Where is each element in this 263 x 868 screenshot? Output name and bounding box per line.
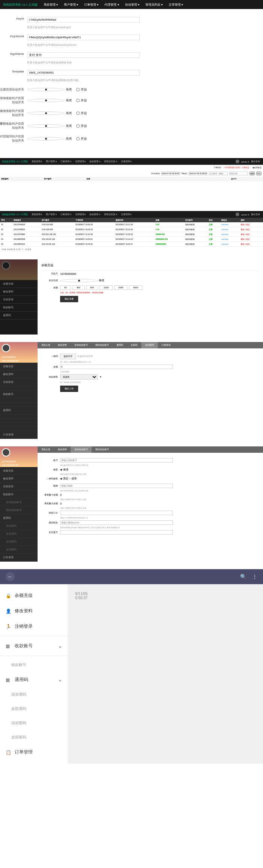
export-button[interactable]: 导出 [256,172,261,175]
row-action[interactable]: 删除 | 锁定 [241,243,250,245]
radio-close[interactable]: 关闭 [27,87,72,92]
tab[interactable]: 通用码 [113,342,127,348]
menu-sub[interactable]: 添加通码 [0,687,68,702]
sidebar-item[interactable] [0,414,38,419]
row-action[interactable]: 删除 | 锁定 [241,223,250,226]
pay-radio[interactable]: 微信 [60,279,104,282]
type-select[interactable]: 请选择 [60,374,98,380]
confirm-recharge-button[interactable]: 确认充值 [60,296,78,302]
amount-option[interactable]: 5000 [129,285,142,290]
radio-open[interactable]: 开启 [76,98,87,102]
sidebar-item[interactable]: 通用码 [0,312,38,319]
nav-item[interactable]: 订单管理 ▾ [81,3,101,7]
avatar-icon[interactable] [236,212,239,216]
field-input[interactable] [60,511,173,515]
tab[interactable]: 我的收款账号 [92,342,113,348]
sidebar-item[interactable]: 余额充值 [0,280,38,288]
menu-profile[interactable]: 👤修改资料 [0,603,68,619]
field-input[interactable] [60,520,173,525]
back-button[interactable]: ← [6,572,15,581]
field-input[interactable] [60,484,173,488]
amount-input[interactable] [60,365,173,369]
to-input[interactable] [189,172,207,175]
radio-open[interactable]: 开启 [76,124,87,128]
field-input[interactable] [60,530,173,535]
sidebar-item[interactable]: 余额充值 [0,363,38,371]
search-button[interactable]: 搜索 [249,172,255,175]
field-input[interactable] [60,458,173,463]
avatar-icon[interactable] [236,160,239,163]
row-action[interactable]: 删除 | 锁定 [241,238,250,240]
KeyId-input[interactable] [27,17,140,23]
nav-item[interactable]: 管理员列表 ▾ [142,3,166,7]
amount-option[interactable]: 2000 [114,285,127,290]
nav-item[interactable]: 管理员列表 ▾ [102,160,119,163]
nav-item[interactable]: 系统管理 ▾ [30,160,44,163]
sidebar-item[interactable]: 收款账号 [0,390,38,398]
sidebar-item[interactable]: 注销登录 [0,296,38,304]
tab[interactable]: 订单查询 [158,342,174,348]
radio-open[interactable]: 开启 [76,137,87,141]
nav-item[interactable]: 用户管理 ▾ [61,3,81,7]
sidebar-item[interactable]: 通用码 [0,407,38,414]
amount-option[interactable]: 1000 [100,285,113,290]
account-input[interactable] [209,172,228,175]
amount-option[interactable]: 500 [86,285,98,290]
menu-orders[interactable]: 📋订单管理 [0,744,68,760]
from-input[interactable] [161,172,180,175]
sidebar-item[interactable]: 注销登录 [0,378,38,386]
avatar-icon[interactable] [2,261,10,270]
avatar-icon[interactable] [2,448,10,457]
radio-close[interactable]: 关闭 [27,137,72,141]
sidebar-item[interactable] [0,427,38,431]
tab[interactable]: 全部码 [127,342,141,348]
sidebar-item[interactable] [0,398,38,402]
row-action[interactable]: 删除 | 锁定 [241,228,250,231]
pagination[interactable]: 共5条 当前第1页 共1页 下一页 尾页 [0,247,263,252]
avatar-icon[interactable] [2,344,10,352]
nav-item[interactable]: 代理管理 ▾ [101,3,122,7]
sidebar-item[interactable] [0,423,38,427]
SignName-input[interactable] [27,52,140,58]
nav-item[interactable]: 用户管理 ▾ [44,160,59,163]
menu-sub[interactable]: 添加图码 [0,716,68,730]
sidebar-item[interactable]: 修改资料 [0,371,38,378]
search-icon[interactable]: 🔍 [240,574,246,580]
sidebar-item[interactable] [0,386,38,390]
tab[interactable]: 系统公告 [38,342,54,348]
menu-sub[interactable]: 全部图码 [0,730,68,744]
nav-item[interactable]: 代理管理 ▾ [73,160,88,163]
sidebar-item[interactable]: 修改资料 [0,288,38,296]
admin-name[interactable]: admin ▾ [241,160,249,163]
sidebar-item[interactable] [0,402,38,407]
menu-sub[interactable]: 收款账号 [0,658,68,672]
more-icon[interactable]: ⋮ [252,574,257,580]
tab[interactable]: 修改资料 [54,342,71,348]
nav-item[interactable]: 文章管理 ▾ [119,160,134,163]
radio-open[interactable]: 开启 [76,87,87,92]
amount-option[interactable]: 50 [60,285,71,290]
radio-open[interactable]: 开启 [76,111,87,115]
nav-item[interactable]: 订单管理 ▾ [59,160,73,163]
KeySecret-input[interactable] [27,35,140,40]
sidebar-item[interactable]: 收款账号 [0,304,38,312]
sidebar-item[interactable]: 订单管理 [0,431,38,439]
radio-close[interactable]: 关闭 [27,98,72,102]
amount-option[interactable]: 300 [73,285,85,290]
nav-item[interactable]: 短信管理 ▾ [122,3,142,7]
tab[interactable]: 添加图码 [141,342,158,348]
Template-input[interactable] [27,70,140,75]
menu-accounts[interactable]: ▦收款账号⌄ [0,638,68,654]
radio-close[interactable]: 关闭 [27,124,72,128]
menu-codes[interactable]: ▦通用码⌄ [0,672,68,687]
nav-item[interactable]: 文章管理 ▾ [166,3,186,7]
menu-recharge[interactable]: 🔒余额充值 [0,588,68,603]
row-action[interactable]: 删除 | 锁定 [241,233,250,235]
nav-item[interactable]: 短信管理 ▾ [88,160,102,163]
tab[interactable]: 添加收款账号 [71,342,92,348]
confirm-upload-button[interactable]: 确认上传 [60,386,78,392]
menu-sub[interactable]: 全部通码 [0,702,68,716]
menu-logout[interactable]: 🏃注销登录 [0,619,68,634]
radio-close[interactable]: 关闭 [27,111,72,115]
name-input[interactable] [229,172,248,175]
